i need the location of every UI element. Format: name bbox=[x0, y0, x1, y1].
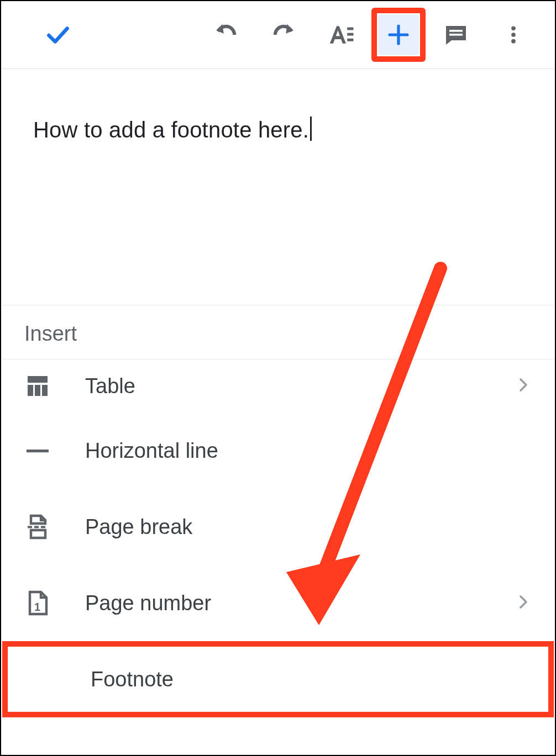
text-format-button[interactable] bbox=[317, 13, 365, 57]
document-canvas[interactable]: How to add a footnote here. bbox=[1, 69, 555, 142]
svg-rect-10 bbox=[35, 385, 40, 396]
svg-rect-4 bbox=[449, 34, 463, 36]
menu-item-label: Horizontal line bbox=[85, 439, 532, 463]
svg-rect-3 bbox=[449, 30, 463, 32]
hline-icon bbox=[24, 437, 85, 464]
more-vert-icon bbox=[502, 24, 524, 46]
svg-rect-14 bbox=[34, 526, 39, 528]
menu-item-page-number[interactable]: 1 Page number bbox=[2, 565, 554, 641]
undo-button[interactable] bbox=[202, 13, 250, 57]
svg-text:1: 1 bbox=[34, 601, 40, 613]
comment-icon bbox=[443, 22, 469, 48]
app-frame: How to add a footnote here. Insert Table bbox=[0, 0, 556, 756]
insert-panel: Insert Table Horizontal line bbox=[2, 305, 554, 754]
redo-icon bbox=[269, 20, 298, 49]
panel-title: Insert bbox=[2, 305, 554, 360]
svg-point-6 bbox=[511, 33, 516, 37]
menu-item-label: Footnote bbox=[91, 668, 526, 691]
menu-item-page-break[interactable]: Page break bbox=[2, 489, 554, 565]
text-caret bbox=[310, 117, 312, 141]
menu-item-label: Table bbox=[85, 374, 515, 398]
toolbar bbox=[1, 1, 555, 69]
table-icon bbox=[24, 373, 85, 399]
svg-point-7 bbox=[511, 39, 516, 44]
svg-rect-15 bbox=[41, 526, 45, 528]
svg-rect-9 bbox=[28, 385, 33, 396]
overflow-menu-button[interactable] bbox=[490, 13, 537, 57]
redo-button[interactable] bbox=[260, 13, 307, 57]
text-format-icon bbox=[326, 20, 356, 50]
menu-item-label: Page break bbox=[85, 515, 532, 539]
svg-point-5 bbox=[511, 27, 516, 31]
svg-rect-11 bbox=[42, 385, 48, 396]
pagenumber-icon: 1 bbox=[24, 590, 85, 616]
document-text: How to add a footnote here. bbox=[33, 118, 309, 142]
check-icon bbox=[44, 21, 72, 49]
chevron-right-icon bbox=[515, 374, 532, 398]
svg-rect-2 bbox=[347, 39, 353, 41]
pagebreak-icon bbox=[24, 514, 85, 540]
menu-item-table[interactable]: Table bbox=[2, 360, 554, 413]
svg-rect-13 bbox=[28, 526, 32, 528]
svg-rect-12 bbox=[27, 450, 49, 452]
svg-rect-8 bbox=[28, 376, 48, 383]
menu-item-label: Page number bbox=[85, 591, 515, 615]
svg-rect-1 bbox=[347, 33, 353, 36]
chevron-right-icon bbox=[515, 591, 532, 615]
menu-item-footnote[interactable]: Footnote bbox=[2, 641, 554, 717]
comment-button[interactable] bbox=[432, 13, 480, 57]
undo-icon bbox=[212, 20, 240, 49]
insert-button[interactable] bbox=[375, 11, 422, 59]
insert-button-highlight bbox=[371, 8, 426, 62]
svg-rect-0 bbox=[347, 28, 353, 30]
done-check-button[interactable] bbox=[34, 13, 82, 57]
menu-item-horizontal-line[interactable]: Horizontal line bbox=[2, 413, 554, 489]
